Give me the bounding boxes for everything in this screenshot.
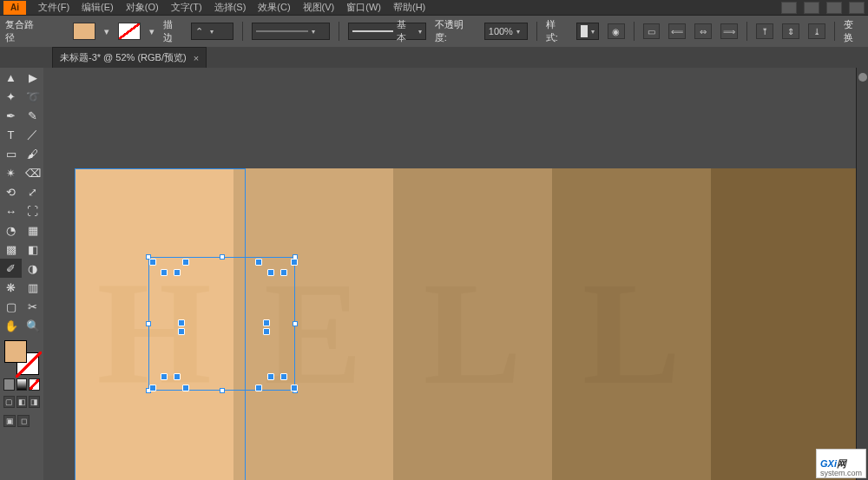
opacity-input[interactable]: 100%▾ (484, 23, 528, 40)
menu-edit[interactable]: 编辑(E) (82, 1, 114, 14)
anchor-point[interactable] (263, 319, 270, 326)
fill-stroke-control[interactable] (4, 340, 39, 375)
stripe-1[interactable]: H (75, 168, 233, 480)
stock-icon[interactable] (804, 2, 819, 14)
rectangle-tool[interactable]: ▭ (0, 144, 22, 163)
align-left-icon[interactable]: ⟸ (668, 23, 686, 39)
perspective-tool[interactable]: ▦ (22, 220, 43, 240)
anchor-point[interactable] (182, 385, 189, 391)
stroke-profile-dropdown[interactable]: ▾ (252, 23, 330, 40)
draw-behind-icon[interactable]: ◧ (16, 396, 28, 408)
bridge-icon[interactable] (781, 2, 797, 14)
screen-mode-2-icon[interactable]: ◻ (17, 415, 30, 427)
anchor-point[interactable] (280, 269, 287, 276)
mesh-tool[interactable]: ▩ (0, 240, 22, 259)
draw-normal-icon[interactable]: ▢ (3, 396, 15, 408)
artboard[interactable]: H E L L D (75, 168, 868, 480)
anchor-point[interactable] (291, 385, 298, 391)
letter-l1[interactable]: L (424, 249, 522, 418)
fill-swatch[interactable] (73, 23, 95, 40)
arrange-icon[interactable] (826, 2, 842, 14)
eyedropper-tool[interactable]: ✐ (0, 259, 22, 278)
panel-toggle-icon[interactable] (858, 73, 867, 82)
curvature-tool[interactable]: ✎ (22, 106, 43, 125)
tab-close-icon[interactable]: × (194, 53, 199, 63)
column-graph-tool[interactable]: ▥ (22, 278, 43, 297)
width-tool[interactable]: ↔ (0, 201, 22, 220)
direct-selection-tool[interactable]: ▶ (22, 68, 43, 87)
align-middle-icon[interactable]: ⇕ (782, 23, 799, 39)
letter-e[interactable]: E (264, 249, 362, 418)
brush-dropdown[interactable]: 基本▾ (348, 23, 426, 40)
anchor-point[interactable] (161, 373, 168, 380)
menu-help[interactable]: 帮助(H) (393, 1, 425, 14)
anchor-point[interactable] (280, 373, 287, 380)
magic-wand-tool[interactable]: ✦ (0, 87, 22, 106)
align-right-icon[interactable]: ⟹ (720, 23, 738, 39)
recolor-icon[interactable]: ◉ (608, 23, 625, 39)
lasso-tool[interactable]: ➰ (22, 87, 43, 106)
menu-window[interactable]: 窗口(W) (346, 1, 381, 14)
scale-tool[interactable]: ⤢ (22, 182, 43, 201)
blend-tool[interactable]: ◑ (22, 259, 43, 278)
anchor-point[interactable] (174, 373, 181, 380)
type-tool[interactable]: T (0, 125, 22, 144)
fill-color-swatch[interactable] (4, 340, 27, 363)
menu-object[interactable]: 对象(O) (126, 1, 159, 14)
menu-view[interactable]: 视图(V) (303, 1, 335, 14)
document-tab[interactable]: 未标题-3* @ 52% (RGB/预览) × (52, 47, 207, 68)
free-transform-tool[interactable]: ⛶ (22, 201, 43, 220)
stroke-weight-input[interactable]: ⌃▾ (191, 23, 234, 40)
anchor-point[interactable] (182, 259, 189, 266)
pen-tool[interactable]: ✒ (0, 106, 22, 125)
menu-file[interactable]: 文件(F) (38, 1, 69, 14)
color-mode-none[interactable] (29, 378, 40, 391)
stripe-5[interactable] (711, 168, 868, 480)
letter-l2[interactable]: L (582, 249, 681, 418)
color-mode-solid[interactable] (3, 378, 15, 391)
anchor-point[interactable] (267, 269, 274, 276)
transform-label[interactable]: 变换 (844, 18, 863, 44)
anchor-point[interactable] (263, 328, 270, 335)
selection-tool[interactable]: ▲ (0, 68, 22, 87)
anchor-point[interactable] (149, 385, 156, 391)
shaper-tool[interactable]: ✴ (0, 163, 22, 182)
menu-type[interactable]: 文字(T) (171, 1, 202, 14)
align-center-h-icon[interactable]: ⇔ (694, 23, 712, 39)
letter-h[interactable]: H (97, 249, 212, 418)
align-bottom-icon[interactable]: ⤓ (808, 23, 825, 39)
gradient-tool[interactable]: ◧ (22, 240, 43, 259)
anchor-point[interactable] (291, 259, 298, 266)
align-button-1[interactable]: ▭ (643, 23, 661, 39)
slice-tool[interactable]: ✂ (22, 297, 43, 316)
paintbrush-tool[interactable]: 🖌 (22, 144, 43, 163)
anchor-point[interactable] (178, 328, 185, 335)
search-icon[interactable] (849, 2, 865, 14)
anchor-point[interactable] (161, 269, 168, 276)
symbol-sprayer-tool[interactable]: ❋ (0, 278, 22, 297)
canvas[interactable]: H E L L D (43, 68, 868, 480)
menu-effect[interactable]: 效果(C) (258, 1, 290, 14)
anchor-point[interactable] (255, 385, 262, 391)
menu-select[interactable]: 选择(S) (214, 1, 247, 14)
stripe-2[interactable]: E (233, 168, 392, 480)
anchor-point[interactable] (178, 319, 185, 326)
stroke-swatch[interactable] (118, 23, 141, 40)
anchor-point[interactable] (267, 373, 274, 380)
draw-inside-icon[interactable]: ◨ (29, 396, 40, 408)
shape-builder-tool[interactable]: ◔ (0, 220, 22, 240)
color-mode-gradient[interactable] (16, 378, 28, 391)
anchor-point[interactable] (255, 259, 262, 266)
style-dropdown[interactable]: ▾ (576, 23, 599, 40)
zoom-tool[interactable]: 🔍 (22, 316, 43, 335)
stroke-dropdown-icon[interactable]: ▾ (149, 26, 155, 37)
rotate-tool[interactable]: ⟲ (0, 182, 22, 201)
fill-dropdown-icon[interactable]: ▾ (104, 26, 109, 37)
align-top-icon[interactable]: ⤒ (756, 23, 773, 39)
anchor-point[interactable] (149, 259, 156, 266)
right-panel-collapsed[interactable] (856, 68, 868, 480)
artboard-tool[interactable]: ▢ (0, 297, 22, 316)
stripe-4[interactable]: L (552, 168, 711, 480)
line-tool[interactable]: ／ (22, 125, 43, 144)
screen-mode-icon[interactable]: ▣ (3, 415, 16, 427)
